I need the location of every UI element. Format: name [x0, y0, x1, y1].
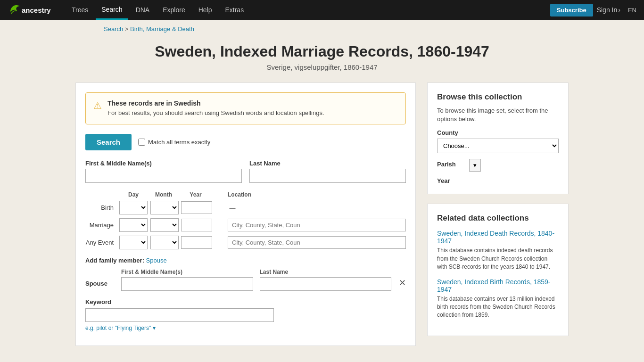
- date-location-section: Day Month Year Location Birth 123 Ja: [85, 190, 406, 249]
- keyword-input[interactable]: [85, 308, 274, 322]
- alert-title: These records are in Swedish: [107, 99, 324, 107]
- nav-help[interactable]: Help: [193, 0, 218, 20]
- nav-extras[interactable]: Extras: [219, 0, 249, 20]
- any-event-year-input[interactable]: [181, 236, 212, 249]
- main-nav: ancestry Trees Search DNA Explore Help E…: [0, 0, 644, 20]
- spouse-close-button[interactable]: ✕: [399, 278, 406, 291]
- spouse-last-input[interactable]: [260, 277, 392, 291]
- birth-year-input[interactable]: [181, 201, 212, 214]
- site-logo[interactable]: ancestry: [8, 3, 59, 16]
- keyword-hint[interactable]: e.g. pilot or "Flying Tigers" ▾: [85, 325, 406, 331]
- nav-dna[interactable]: DNA: [130, 0, 156, 20]
- spouse-last-field: Last Name: [260, 269, 392, 291]
- breadcrumb-separator: >: [125, 25, 130, 33]
- birth-row: Birth 123 JanFebMar —: [85, 201, 406, 214]
- related-death-link[interactable]: Sweden, Indexed Death Records, 1840-1947: [437, 230, 559, 245]
- marriage-day-select[interactable]: 123: [119, 218, 148, 232]
- search-actions: Search Match all terms exactly: [85, 134, 406, 150]
- search-button[interactable]: Search: [85, 134, 132, 150]
- spouse-last-label: Last Name: [260, 269, 392, 275]
- breadcrumb-search[interactable]: Search: [104, 25, 123, 33]
- breadcrumb-current[interactable]: Birth, Marriage & Death: [130, 25, 194, 33]
- marriage-month-select[interactable]: JanFebMar: [150, 218, 179, 232]
- spouse-fields: First & Middle Name(s) Last Name: [121, 269, 391, 291]
- nav-trees[interactable]: Trees: [66, 0, 94, 20]
- spouse-row-label: Spouse: [85, 280, 114, 291]
- signin-link[interactable]: Sign In ›: [597, 6, 620, 14]
- keyword-label: Keyword: [85, 298, 406, 305]
- related-item-death: Sweden, Indexed Death Records, 1840-1947…: [437, 230, 559, 271]
- match-label[interactable]: Match all terms exactly: [138, 139, 210, 146]
- spouse-first-label: First & Middle Name(s): [121, 269, 253, 275]
- related-title: Related data collections: [437, 214, 559, 223]
- match-text: Match all terms exactly: [148, 139, 210, 146]
- first-middle-label: First & Middle Name(s): [85, 160, 242, 167]
- svg-text:ancestry: ancestry: [22, 6, 51, 14]
- date-loc-headers: Day Month Year Location: [85, 190, 406, 198]
- language-selector[interactable]: EN: [628, 7, 636, 14]
- parish-row: Parish ▾: [437, 159, 559, 172]
- alert-text: For best results, you should search usin…: [107, 109, 324, 117]
- any-event-location-input[interactable]: [228, 236, 406, 249]
- year-label: Year: [437, 177, 559, 184]
- spouse-first-field: First & Middle Name(s): [121, 269, 253, 291]
- location-header: Location: [220, 191, 251, 198]
- birth-location-dash: —: [228, 205, 237, 212]
- spouse-row: Spouse First & Middle Name(s) Last Name …: [85, 269, 406, 291]
- day-header: Day: [128, 191, 139, 198]
- related-birth-text: This database contains over 13 million i…: [437, 295, 559, 320]
- browse-title: Browse this collection: [437, 92, 559, 102]
- keyword-section: Keyword e.g. pilot or "Flying Tigers" ▾: [85, 298, 406, 331]
- county-select[interactable]: Choose...: [437, 139, 559, 153]
- alert-icon: ⚠: [93, 100, 102, 117]
- any-event-row: Any Event 123 JanFebMar: [85, 236, 406, 249]
- alert-box: ⚠ These records are in Swedish For best …: [85, 92, 406, 124]
- family-member-label: Add family member: Spouse: [85, 257, 406, 264]
- parish-button[interactable]: ▾: [469, 159, 481, 172]
- spouse-link[interactable]: Spouse: [146, 257, 167, 264]
- spouse-first-input[interactable]: [121, 277, 253, 291]
- birth-day-select[interactable]: 123: [119, 201, 148, 214]
- search-panel: ⚠ These records are in Swedish For best …: [75, 82, 416, 346]
- nav-explore[interactable]: Explore: [157, 0, 190, 20]
- last-name-label: Last Name: [249, 160, 406, 167]
- any-event-day-select[interactable]: 123: [119, 236, 148, 249]
- browse-description: To browse this image set, select from th…: [437, 107, 559, 123]
- last-name-input[interactable]: [249, 169, 406, 183]
- marriage-location-input[interactable]: [228, 219, 406, 231]
- family-member-section: Add family member: Spouse Spouse First &…: [85, 257, 406, 291]
- page-title-section: Sweden, Indexed Marriage Records, 1860-1…: [0, 38, 644, 82]
- subscribe-button[interactable]: Subscribe: [550, 4, 593, 16]
- year-header: Year: [190, 191, 201, 198]
- related-birth-link[interactable]: Sweden, Indexed Birth Records, 1859-1947: [437, 278, 559, 293]
- month-header: Month: [155, 191, 172, 198]
- birth-label: Birth: [85, 204, 118, 211]
- related-death-text: This database contains indexed death rec…: [437, 247, 559, 271]
- match-checkbox[interactable]: [138, 139, 145, 146]
- breadcrumb: Search > Birth, Marriage & Death: [0, 20, 644, 38]
- marriage-year-input[interactable]: [181, 219, 212, 231]
- first-middle-input[interactable]: [85, 169, 242, 183]
- first-middle-group: First & Middle Name(s): [85, 160, 242, 183]
- marriage-label: Marriage: [85, 222, 118, 229]
- parish-label: Parish: [437, 161, 465, 168]
- nav-search[interactable]: Search: [96, 0, 128, 20]
- related-item-birth: Sweden, Indexed Birth Records, 1859-1947…: [437, 278, 559, 320]
- any-event-label: Any Event: [85, 239, 118, 246]
- browse-box: Browse this collection To browse this im…: [427, 82, 569, 194]
- county-label: County: [437, 129, 559, 136]
- related-box: Related data collections Sweden, Indexed…: [427, 204, 569, 336]
- name-fields-row: First & Middle Name(s) Last Name: [85, 160, 406, 183]
- last-name-group: Last Name: [249, 160, 406, 183]
- page-title: Sweden, Indexed Marriage Records, 1860-1…: [0, 43, 644, 60]
- marriage-row: Marriage 123 JanFebMar: [85, 218, 406, 232]
- page-subtitle: Sverige, vigseluppgifter, 1860-1947: [0, 63, 644, 71]
- birth-month-select[interactable]: JanFebMar: [150, 201, 179, 214]
- any-event-month-select[interactable]: JanFebMar: [150, 236, 179, 249]
- right-panel: Browse this collection To browse this im…: [427, 82, 569, 336]
